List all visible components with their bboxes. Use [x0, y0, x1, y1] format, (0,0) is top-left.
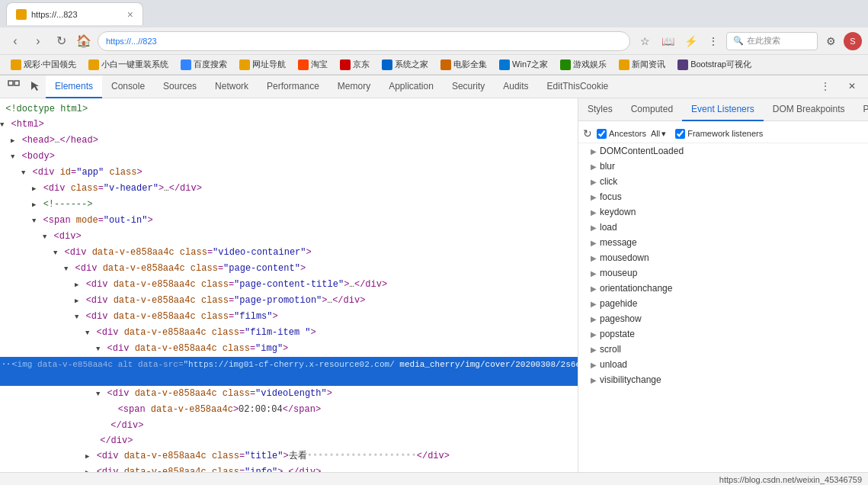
- event-name: DOMContentLoaded: [600, 146, 684, 156]
- bookmark-xitong[interactable]: 系统之家: [377, 57, 433, 72]
- event-arrow-icon: ▶: [591, 376, 597, 384]
- user-avatar[interactable]: S: [844, 32, 862, 50]
- ancestors-checkbox-label[interactable]: Ancestors: [597, 129, 646, 139]
- all-filter-dropdown[interactable]: All ▾: [651, 129, 666, 139]
- extensions-button[interactable]: ⚡: [681, 31, 700, 51]
- forward-button[interactable]: ›: [29, 32, 47, 50]
- event-name: pagehide: [600, 298, 637, 309]
- event-name: popstate: [600, 329, 635, 339]
- reader-button[interactable]: 📖: [658, 31, 677, 51]
- tab-console[interactable]: Console: [102, 75, 154, 98]
- dom-line: </div>: [0, 418, 578, 433]
- refresh-button[interactable]: ↻: [52, 32, 70, 50]
- tab-security[interactable]: Security: [443, 75, 494, 98]
- all-filter-label: All: [651, 129, 660, 138]
- back-button[interactable]: ‹: [6, 32, 24, 50]
- svg-marker-3: [31, 82, 39, 91]
- devtools-icon-cursor[interactable]: [24, 75, 46, 98]
- bookmark-jd[interactable]: 京东: [335, 57, 374, 72]
- event-filter-bar: ↻ Ancestors All ▾ Framework listeners: [578, 124, 868, 143]
- home-button[interactable]: 🏠: [75, 32, 93, 50]
- bookmark-game[interactable]: 游戏娱乐: [556, 57, 611, 72]
- event-mouseup[interactable]: ▶ mouseup: [578, 265, 868, 281]
- address-box[interactable]: https://...//823: [98, 31, 630, 51]
- event-blur[interactable]: ▶ blur: [578, 159, 868, 174]
- event-arrow-icon: ▶: [591, 178, 597, 186]
- bookmark-icon: [298, 59, 309, 70]
- event-name: mouseup: [600, 268, 637, 278]
- devtools-icon-inspect[interactable]: [3, 75, 24, 98]
- dom-line: ▶ <div data-v-e858aa4c class="page-conte…: [0, 277, 578, 293]
- dots-indicator: ···: [2, 358, 12, 371]
- event-orientationchange[interactable]: ▶ orientationchange: [578, 281, 868, 296]
- bookmark-taobao[interactable]: 淘宝: [293, 57, 332, 72]
- dom-line-selected: ··· <img data-v-e858aa4c alt data-src="h…: [0, 357, 578, 386]
- event-name: click: [600, 176, 617, 187]
- event-name: mousedown: [600, 252, 649, 263]
- tab-network[interactable]: Network: [206, 75, 258, 98]
- event-popstate[interactable]: ▶ popstate: [578, 326, 868, 342]
- devtools-close-button[interactable]: ✕: [839, 75, 865, 98]
- event-unload[interactable]: ▶ unload: [578, 357, 868, 372]
- tab-editthiscookie[interactable]: EditThisCookie: [538, 75, 618, 98]
- framework-checkbox[interactable]: [675, 129, 685, 139]
- bookmark-xiaobai[interactable]: 小白一键重装系统: [84, 57, 173, 72]
- bookmark-icon: [340, 59, 351, 70]
- star-button[interactable]: ☆: [635, 31, 655, 51]
- dom-line: ▶ <div class="v-header">…</div>: [0, 181, 578, 197]
- bookmark-baidu[interactable]: 百度搜索: [176, 57, 232, 72]
- event-keydown[interactable]: ▶ keydown: [578, 204, 868, 220]
- event-arrow-icon: ▶: [591, 239, 597, 247]
- bookmark-film[interactable]: 电影全集: [436, 57, 492, 72]
- devtools-tabs: Elements Console Sources Network Perform…: [0, 75, 868, 98]
- event-name: blur: [600, 161, 615, 172]
- settings-button[interactable]: ⚙: [821, 31, 841, 51]
- event-focus[interactable]: ▶ focus: [578, 189, 868, 204]
- event-scroll[interactable]: ▶ scroll: [578, 342, 868, 357]
- bookmark-guancai[interactable]: 观彩·中国领先: [6, 57, 81, 72]
- event-arrow-icon: ▶: [591, 284, 597, 293]
- active-tab[interactable]: https://...823 ×: [6, 2, 143, 25]
- tab-performance[interactable]: Performance: [258, 75, 328, 98]
- bookmark-icon: [11, 59, 21, 70]
- tab-close-button[interactable]: ×: [127, 8, 133, 21]
- dom-panel[interactable]: <!doctype html> ▼ <html> ▶ <head>…</head…: [0, 98, 578, 472]
- tab-elements[interactable]: Elements: [46, 75, 102, 98]
- bookmark-nav[interactable]: 网址导航: [235, 57, 290, 72]
- tab-computed[interactable]: Computed: [622, 98, 682, 121]
- tab-application[interactable]: Application: [380, 75, 443, 98]
- dom-line: ▼ <html>: [0, 117, 578, 133]
- bookmark-news[interactable]: 新闻资讯: [614, 57, 670, 72]
- tab-event-listeners[interactable]: Event Listeners: [682, 98, 764, 121]
- tab-dom-breakpoints[interactable]: DOM Breakpoints: [764, 98, 854, 121]
- devtools-button[interactable]: ⋮: [703, 31, 723, 51]
- event-click[interactable]: ▶ click: [578, 174, 868, 189]
- tab-properties[interactable]: Properties: [854, 98, 868, 121]
- refresh-listeners-button[interactable]: ↻: [583, 127, 592, 140]
- dom-line: ▶ <span data-v-e858aa4c>02:00:04</span>: [0, 402, 578, 418]
- bookmark-icon: [382, 59, 392, 70]
- framework-checkbox-label[interactable]: Framework listeners: [675, 129, 763, 139]
- event-domcontentloaded[interactable]: ▶ DOMContentLoaded: [578, 143, 868, 159]
- search-box[interactable]: 🔍 在此搜索: [726, 32, 818, 50]
- event-message[interactable]: ▶ message: [578, 235, 868, 250]
- right-panel-tabs: Styles Computed Event Listeners DOM Brea…: [578, 98, 868, 121]
- bookmark-win7[interactable]: Win7之家: [495, 57, 553, 72]
- event-visibilitychange[interactable]: ▶ visibilitychange: [578, 372, 868, 387]
- tab-styles[interactable]: Styles: [578, 98, 622, 121]
- event-pageshow[interactable]: ▶ pageshow: [578, 311, 868, 326]
- event-load[interactable]: ▶ load: [578, 220, 868, 235]
- bookmark-bootstrap[interactable]: Bootstrap可视化: [673, 57, 756, 72]
- address-bar-row: ‹ › ↻ 🏠 https://...//823 ☆ 📖 ⚡ ⋮ 🔍 在此搜索 …: [0, 27, 868, 55]
- tab-audits[interactable]: Audits: [494, 75, 537, 98]
- bookmarks-bar: 观彩·中国领先 小白一键重装系统 百度搜索 网址导航 淘宝 京东 系统之家 电: [0, 55, 868, 75]
- event-mousedown[interactable]: ▶ mousedown: [578, 250, 868, 265]
- event-arrow-icon: ▶: [591, 223, 597, 232]
- event-pagehide[interactable]: ▶ pagehide: [578, 296, 868, 311]
- devtools-more-button[interactable]: ⋮: [812, 75, 839, 98]
- tab-sources[interactable]: Sources: [154, 75, 206, 98]
- tab-memory[interactable]: Memory: [328, 75, 380, 98]
- search-placeholder: 在此搜索: [747, 35, 780, 47]
- ancestors-checkbox[interactable]: [597, 129, 607, 139]
- bookmark-icon: [619, 59, 629, 70]
